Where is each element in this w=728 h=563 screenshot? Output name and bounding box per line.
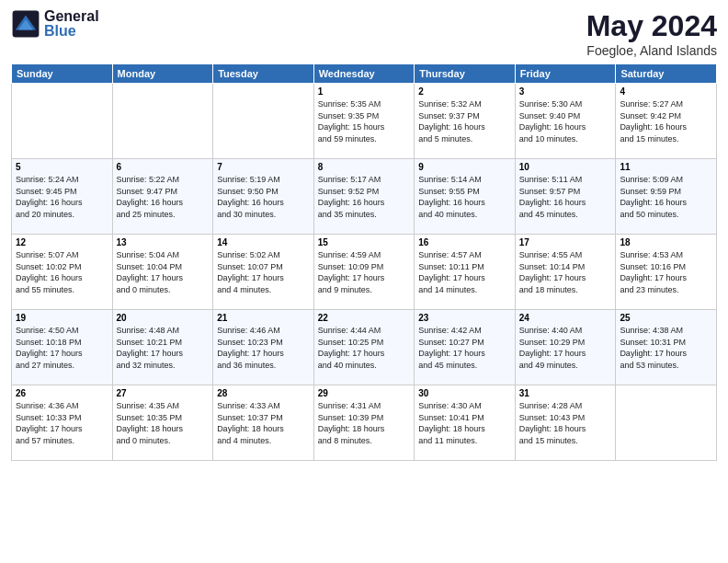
weekday-header-friday: Friday [515, 64, 616, 84]
day-info: Sunrise: 5:30 AM Sunset: 9:40 PM Dayligh… [519, 98, 612, 144]
day-info: Sunrise: 4:50 AM Sunset: 10:18 PM Daylig… [16, 325, 108, 371]
calendar-cell: 1Sunrise: 5:35 AM Sunset: 9:35 PM Daylig… [313, 84, 415, 159]
day-info: Sunrise: 4:55 AM Sunset: 10:14 PM Daylig… [519, 249, 612, 295]
calendar-cell: 9Sunrise: 5:14 AM Sunset: 9:55 PM Daylig… [415, 159, 516, 235]
day-number: 29 [318, 388, 411, 398]
weekday-header-wednesday: Wednesday [313, 64, 415, 84]
calendar-cell: 15Sunrise: 4:59 AM Sunset: 10:09 PM Dayl… [313, 235, 415, 310]
week-row-1: 1Sunrise: 5:35 AM Sunset: 9:35 PM Daylig… [12, 84, 717, 159]
calendar-cell: 12Sunrise: 5:07 AM Sunset: 10:02 PM Dayl… [12, 235, 113, 310]
day-info: Sunrise: 4:30 AM Sunset: 10:41 PM Daylig… [418, 400, 511, 446]
day-info: Sunrise: 4:28 AM Sunset: 10:43 PM Daylig… [519, 400, 612, 446]
day-info: Sunrise: 4:46 AM Sunset: 10:23 PM Daylig… [217, 325, 310, 371]
calendar-cell: 11Sunrise: 5:09 AM Sunset: 9:59 PM Dayli… [616, 159, 717, 235]
calendar-cell: 31Sunrise: 4:28 AM Sunset: 10:43 PM Dayl… [515, 385, 616, 461]
day-number: 28 [217, 388, 310, 398]
calendar-cell: 27Sunrise: 4:35 AM Sunset: 10:35 PM Dayl… [112, 385, 213, 461]
day-info: Sunrise: 5:32 AM Sunset: 9:37 PM Dayligh… [418, 98, 511, 144]
day-info: Sunrise: 4:38 AM Sunset: 10:31 PM Daylig… [620, 325, 712, 371]
logo-icon [11, 9, 40, 39]
calendar-cell [112, 84, 213, 159]
calendar-cell: 3Sunrise: 5:30 AM Sunset: 9:40 PM Daylig… [515, 84, 616, 159]
calendar-cell: 30Sunrise: 4:30 AM Sunset: 10:41 PM Dayl… [415, 385, 516, 461]
day-number: 30 [418, 388, 511, 398]
day-number: 12 [16, 237, 108, 247]
calendar-cell: 4Sunrise: 5:27 AM Sunset: 9:42 PM Daylig… [616, 84, 717, 159]
day-info: Sunrise: 4:57 AM Sunset: 10:11 PM Daylig… [418, 249, 511, 295]
calendar-cell: 24Sunrise: 4:40 AM Sunset: 10:29 PM Dayl… [515, 310, 616, 385]
calendar-cell: 23Sunrise: 4:42 AM Sunset: 10:27 PM Dayl… [415, 310, 516, 385]
calendar-cell: 2Sunrise: 5:32 AM Sunset: 9:37 PM Daylig… [415, 84, 516, 159]
day-number: 19 [16, 313, 108, 323]
calendar-cell: 14Sunrise: 5:02 AM Sunset: 10:07 PM Dayl… [213, 235, 314, 310]
day-number: 27 [117, 388, 210, 398]
calendar-cell: 17Sunrise: 4:55 AM Sunset: 10:14 PM Dayl… [515, 235, 616, 310]
day-number: 17 [519, 237, 612, 247]
day-number: 22 [318, 313, 411, 323]
day-number: 9 [418, 162, 511, 172]
calendar-cell: 22Sunrise: 4:44 AM Sunset: 10:25 PM Dayl… [313, 310, 415, 385]
day-number: 31 [519, 388, 612, 398]
calendar-cell: 10Sunrise: 5:11 AM Sunset: 9:57 PM Dayli… [515, 159, 616, 235]
calendar-cell: 20Sunrise: 4:48 AM Sunset: 10:21 PM Dayl… [112, 310, 213, 385]
week-row-5: 26Sunrise: 4:36 AM Sunset: 10:33 PM Dayl… [12, 385, 717, 461]
weekday-header-saturday: Saturday [616, 64, 717, 84]
day-info: Sunrise: 4:36 AM Sunset: 10:33 PM Daylig… [16, 400, 108, 446]
day-info: Sunrise: 4:33 AM Sunset: 10:37 PM Daylig… [217, 400, 310, 446]
day-info: Sunrise: 5:07 AM Sunset: 10:02 PM Daylig… [16, 249, 108, 295]
day-number: 3 [519, 86, 612, 97]
day-number: 15 [318, 237, 411, 247]
header: General Blue May 2024 Foegloe, Aland Isl… [11, 9, 717, 58]
day-info: Sunrise: 5:14 AM Sunset: 9:55 PM Dayligh… [418, 174, 511, 220]
day-number: 20 [117, 313, 210, 323]
calendar-header-row: SundayMondayTuesdayWednesdayThursdayFrid… [12, 64, 717, 84]
weekday-header-monday: Monday [112, 64, 213, 84]
location: Foegloe, Aland Islands [586, 43, 717, 58]
day-info: Sunrise: 5:22 AM Sunset: 9:47 PM Dayligh… [117, 174, 210, 220]
day-number: 5 [16, 162, 108, 172]
week-row-2: 5Sunrise: 5:24 AM Sunset: 9:45 PM Daylig… [12, 159, 717, 235]
day-info: Sunrise: 4:53 AM Sunset: 10:16 PM Daylig… [620, 249, 712, 295]
day-number: 7 [217, 162, 310, 172]
calendar-cell: 13Sunrise: 5:04 AM Sunset: 10:04 PM Dayl… [112, 235, 213, 310]
day-info: Sunrise: 5:27 AM Sunset: 9:42 PM Dayligh… [620, 98, 712, 144]
page: General Blue May 2024 Foegloe, Aland Isl… [0, 0, 728, 563]
day-info: Sunrise: 4:35 AM Sunset: 10:35 PM Daylig… [117, 400, 210, 446]
calendar-cell: 7Sunrise: 5:19 AM Sunset: 9:50 PM Daylig… [213, 159, 314, 235]
day-number: 10 [519, 162, 612, 172]
weekday-header-tuesday: Tuesday [213, 64, 314, 84]
day-info: Sunrise: 4:40 AM Sunset: 10:29 PM Daylig… [519, 325, 612, 371]
day-number: 14 [217, 237, 310, 247]
calendar-cell: 5Sunrise: 5:24 AM Sunset: 9:45 PM Daylig… [12, 159, 113, 235]
day-number: 11 [620, 162, 712, 172]
title-area: May 2024 Foegloe, Aland Islands [586, 9, 717, 58]
day-info: Sunrise: 4:44 AM Sunset: 10:25 PM Daylig… [318, 325, 411, 371]
calendar-cell [12, 84, 113, 159]
day-number: 21 [217, 313, 310, 323]
day-info: Sunrise: 4:42 AM Sunset: 10:27 PM Daylig… [418, 325, 511, 371]
logo: General Blue [11, 9, 99, 39]
calendar: SundayMondayTuesdayWednesdayThursdayFrid… [11, 63, 717, 461]
calendar-cell: 8Sunrise: 5:17 AM Sunset: 9:52 PM Daylig… [313, 159, 415, 235]
day-number: 6 [117, 162, 210, 172]
day-info: Sunrise: 5:09 AM Sunset: 9:59 PM Dayligh… [620, 174, 712, 220]
calendar-cell: 6Sunrise: 5:22 AM Sunset: 9:47 PM Daylig… [112, 159, 213, 235]
day-number: 8 [318, 162, 411, 172]
weekday-header-thursday: Thursday [415, 64, 516, 84]
calendar-cell: 28Sunrise: 4:33 AM Sunset: 10:37 PM Dayl… [213, 385, 314, 461]
day-number: 2 [418, 86, 511, 97]
day-info: Sunrise: 5:24 AM Sunset: 9:45 PM Dayligh… [16, 174, 108, 220]
calendar-cell: 19Sunrise: 4:50 AM Sunset: 10:18 PM Dayl… [12, 310, 113, 385]
week-row-3: 12Sunrise: 5:07 AM Sunset: 10:02 PM Dayl… [12, 235, 717, 310]
logo-general-text: General [44, 9, 99, 24]
calendar-cell: 16Sunrise: 4:57 AM Sunset: 10:11 PM Dayl… [415, 235, 516, 310]
day-number: 18 [620, 237, 712, 247]
day-number: 4 [620, 86, 712, 97]
day-info: Sunrise: 5:02 AM Sunset: 10:07 PM Daylig… [217, 249, 310, 295]
weekday-header-sunday: Sunday [12, 64, 113, 84]
day-info: Sunrise: 5:35 AM Sunset: 9:35 PM Dayligh… [318, 98, 411, 144]
day-info: Sunrise: 4:59 AM Sunset: 10:09 PM Daylig… [318, 249, 411, 295]
day-number: 26 [16, 388, 108, 398]
day-info: Sunrise: 4:48 AM Sunset: 10:21 PM Daylig… [117, 325, 210, 371]
calendar-cell: 21Sunrise: 4:46 AM Sunset: 10:23 PM Dayl… [213, 310, 314, 385]
